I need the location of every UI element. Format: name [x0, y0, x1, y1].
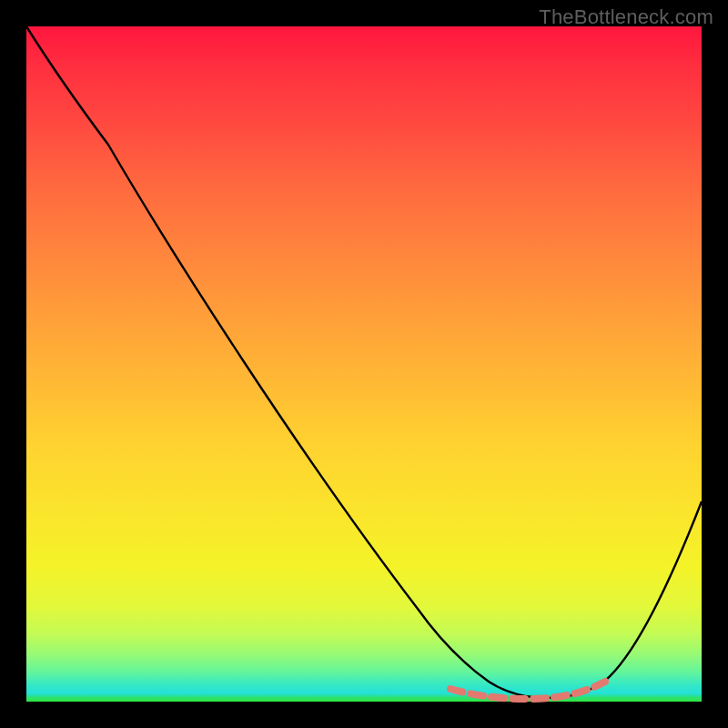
watermark-text: TheBottleneck.com	[539, 5, 713, 29]
bottleneck-curve-path	[26, 26, 702, 698]
plot-area	[26, 26, 702, 702]
curve-overlay	[26, 26, 702, 702]
